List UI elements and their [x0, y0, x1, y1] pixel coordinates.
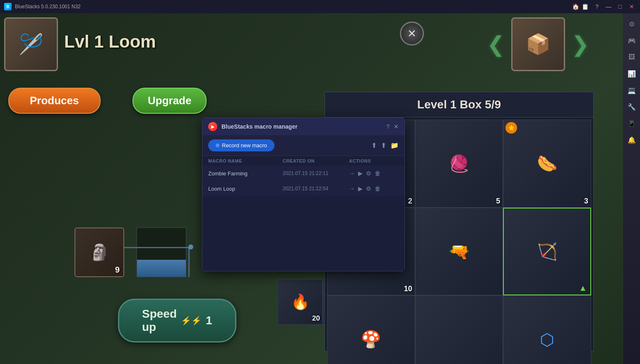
record-new-label: Record new macro	[222, 142, 267, 148]
grid-item-2-emoji: 🧶	[449, 154, 469, 173]
grid-item-9-emoji: ⬡	[540, 330, 554, 349]
sidebar-icon-8[interactable]: 🔔	[625, 133, 638, 146]
grid-item-3-badge: ⭐	[505, 122, 517, 134]
title-bar-nav: 🏠 📋	[572, 3, 589, 10]
home-icon[interactable]: 🏠	[572, 3, 579, 10]
macro-title-controls: ? ✕	[386, 123, 399, 130]
game-area: 🪡 Lvl 1 Loom ❮ 📦 ❯ ✕ Produces Upgrade 🗿 …	[0, 13, 623, 364]
macro-1-play[interactable]: ▶	[358, 170, 363, 177]
grid-item-2-count: 5	[496, 197, 500, 206]
grid-item-4-count: 10	[404, 285, 412, 293]
macro-2-name: Loom Loop	[208, 186, 283, 192]
col-created-on: CREATED ON	[283, 158, 349, 163]
macro-2-settings[interactable]: ⚙	[366, 185, 371, 192]
col-macro-name: MACRO NAME	[208, 158, 283, 163]
help-button[interactable]: ?	[593, 2, 601, 11]
speed-up-icon: ⚡⚡	[181, 316, 202, 326]
progress-bar-container	[137, 228, 186, 277]
macro-1-actions: → ▶ ⚙ 🗑	[349, 170, 399, 177]
material-count: 9	[115, 265, 120, 275]
sidebar-icon-5[interactable]: 💻	[625, 84, 638, 97]
sidebar-icon-7[interactable]: 📱	[625, 117, 638, 130]
title-bar: B BlueStacks 5.0.230.1001 N32 🏠 📋 ? — □ …	[0, 0, 640, 13]
prev-arrow[interactable]: ❮	[487, 32, 505, 57]
macro-1-date: 2021.07.15 21:22:11	[283, 170, 349, 176]
connection-line-h	[124, 247, 190, 248]
grid-item-5[interactable]: 🔫	[415, 208, 503, 296]
macro-manager-dialog: ▶ BlueStacks macro manager ? ✕ Record ne…	[202, 117, 405, 271]
grid-item-3[interactable]: 🌭 3 ⭐	[503, 120, 591, 208]
macro-dialog-title: BlueStacks macro manager	[221, 123, 382, 130]
grid-item-8[interactable]	[415, 295, 503, 364]
record-new-macro-button[interactable]: Record new macro	[208, 139, 274, 151]
game-close-button[interactable]: ✕	[400, 22, 424, 46]
right-sidebar: ⚙ 🎮 🖼 📊 💻 🔧 📱 🔔	[623, 13, 640, 364]
macro-1-name: Zombie Farming	[208, 170, 283, 177]
title-bar-text: BlueStacks 5.0.230.1001 N32	[15, 4, 572, 10]
bottom-item-1: 🔥 20	[277, 279, 323, 325]
grid-item-9[interactable]: ⬡ 5	[503, 295, 591, 364]
grid-item-1-count: 2	[408, 197, 412, 206]
macro-close-button[interactable]: ✕	[394, 123, 399, 130]
grid-item-6-emoji: 🏹	[537, 242, 558, 261]
grid-item-7-emoji: 🍄	[361, 330, 381, 349]
box-icon: 📦	[511, 17, 565, 71]
macro-2-delete[interactable]: 🗑	[375, 185, 380, 192]
macro-share-button[interactable]: ⬆	[381, 141, 386, 149]
record-dot	[216, 144, 219, 147]
grid-item-7[interactable]: 🍄 3	[327, 295, 415, 364]
next-arrow[interactable]: ❯	[571, 32, 589, 57]
macro-logo: ▶	[208, 122, 217, 131]
loom-icon-container: 🪡	[4, 17, 58, 71]
sidebar-icon-2[interactable]: 🎮	[625, 34, 638, 47]
bookmark-icon[interactable]: 📋	[582, 3, 589, 10]
macro-folder-button[interactable]: 📁	[390, 141, 399, 149]
speed-up-count: 1	[206, 314, 212, 327]
macro-row-2[interactable]: Loom Loop 2021.07.15 21:22:54 → ▶ ⚙ 🗑	[202, 181, 404, 196]
grid-item-3-count: 3	[584, 197, 588, 206]
sidebar-icon-4[interactable]: 📊	[625, 67, 638, 80]
nav-section: ❮ 📦 ❯	[487, 17, 589, 71]
loom-title: Lvl 1 Loom	[64, 32, 156, 52]
macro-upload-button[interactable]: ⬆	[371, 141, 377, 149]
minimize-button[interactable]: —	[604, 2, 613, 11]
macro-dialog-body	[202, 196, 404, 271]
macro-2-arrow[interactable]: →	[349, 185, 355, 192]
macro-help-button[interactable]: ?	[386, 123, 390, 130]
speed-up-label: Speed up	[142, 307, 177, 334]
level-box-header: Level 1 Box 5/9	[325, 92, 593, 117]
progress-fill	[137, 260, 186, 277]
bluestacks-logo: B	[4, 3, 12, 10]
grid-item-2[interactable]: 🧶 5	[415, 120, 503, 208]
connection-line-v	[188, 247, 190, 277]
macro-1-delete[interactable]: 🗑	[375, 170, 380, 177]
macro-dialog-titlebar: ▶ BlueStacks macro manager ? ✕	[202, 118, 404, 135]
sidebar-icon-6[interactable]: 🔧	[625, 100, 638, 113]
grid-item-6[interactable]: 🏹 ▲	[503, 208, 591, 296]
maximize-button[interactable]: □	[616, 2, 624, 11]
sidebar-icon-1[interactable]: ⚙	[625, 17, 638, 31]
grid-item-3-emoji: 🌭	[537, 154, 558, 173]
upgrade-button[interactable]: Upgrade	[132, 88, 207, 114]
macro-2-date: 2021.07.15 21:22:54	[283, 186, 349, 192]
sidebar-icon-3[interactable]: 🖼	[625, 50, 638, 64]
col-actions: ACTIONS	[349, 158, 399, 163]
grid-item-5-emoji: 🔫	[449, 242, 469, 261]
loom-icon: 🪡	[4, 17, 58, 71]
macro-2-play[interactable]: ▶	[358, 185, 363, 192]
macro-2-actions: → ▶ ⚙ 🗑	[349, 185, 399, 192]
macro-1-settings[interactable]: ⚙	[366, 170, 371, 177]
macro-table-header: MACRO NAME CREATED ON ACTIONS	[202, 156, 404, 166]
macro-1-arrow[interactable]: →	[349, 170, 355, 177]
macro-toolbar: Record new macro ⬆ ⬆ 📁	[202, 135, 404, 156]
connection-dot	[188, 244, 193, 249]
produces-button[interactable]: Produces	[8, 88, 101, 114]
toolbar-icons: ⬆ ⬆ 📁	[371, 141, 399, 149]
macro-row-1[interactable]: Zombie Farming 2021.07.15 21:22:11 → ▶ ⚙…	[202, 166, 404, 181]
level-box-title: Level 1 Box 5/9	[417, 98, 501, 111]
window-close-button[interactable]: ✕	[628, 2, 636, 11]
title-bar-controls: ? — □ ✕	[593, 2, 636, 11]
